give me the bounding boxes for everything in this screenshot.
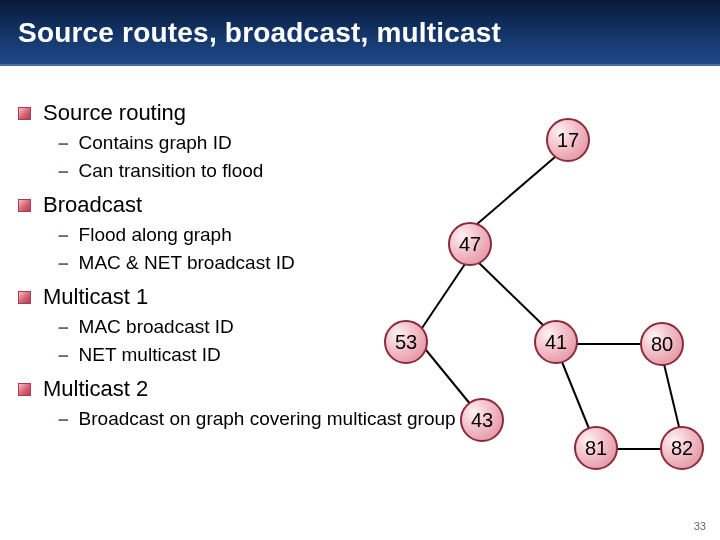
square-bullet-icon [18,291,31,304]
bullet-label: Multicast 1 [43,284,148,310]
dash-icon: – [58,132,69,154]
graph-node-80: 80 [640,322,684,366]
node-label: 81 [585,437,607,460]
sub-bullet-label: Flood along graph [79,224,232,246]
slide: Source routes, broadcast, multicast Sour… [0,0,720,540]
page-number: 33 [694,520,706,532]
sub-bullet: – Flood along graph [58,224,702,246]
dash-icon: – [58,408,69,430]
square-bullet-icon [18,383,31,396]
node-label: 82 [671,437,693,460]
sub-bullet: – Broadcast on graph covering multicast … [58,408,702,430]
sub-bullet-label: NET multicast ID [79,344,221,366]
sub-bullet-label: MAC & NET broadcast ID [79,252,295,274]
sub-bullet-label: Broadcast on graph covering multicast gr… [79,408,456,430]
node-label: 41 [545,331,567,354]
sub-bullet-label: Can transition to flood [79,160,264,182]
dash-icon: – [58,344,69,366]
dash-icon: – [58,252,69,274]
square-bullet-icon [18,199,31,212]
slide-title: Source routes, broadcast, multicast [18,17,501,49]
node-label: 53 [395,331,417,354]
bullet-source-routing: Source routing [18,100,702,126]
dash-icon: – [58,160,69,182]
bullet-multicast-1: Multicast 1 [18,284,702,310]
sub-bullet: – MAC & NET broadcast ID [58,252,702,274]
title-bar: Source routes, broadcast, multicast [0,0,720,66]
sub-bullet: – MAC broadcast ID [58,316,702,338]
node-label: 47 [459,233,481,256]
graph-node-82: 82 [660,426,704,470]
graph-node-43: 43 [460,398,504,442]
sub-bullet: – Can transition to flood [58,160,702,182]
bullet-label: Source routing [43,100,186,126]
bullet-broadcast: Broadcast [18,192,702,218]
bullet-multicast-2: Multicast 2 [18,376,702,402]
bullet-label: Multicast 2 [43,376,148,402]
square-bullet-icon [18,107,31,120]
dash-icon: – [58,316,69,338]
node-label: 80 [651,333,673,356]
sub-bullet: – Contains graph ID [58,132,702,154]
sub-bullet-label: MAC broadcast ID [79,316,234,338]
sub-bullet: – NET multicast ID [58,344,702,366]
graph-node-81: 81 [574,426,618,470]
bullet-label: Broadcast [43,192,142,218]
graph-node-41: 41 [534,320,578,364]
graph-node-47: 47 [448,222,492,266]
dash-icon: – [58,224,69,246]
graph-node-53: 53 [384,320,428,364]
graph-node-17: 17 [546,118,590,162]
sub-bullet-label: Contains graph ID [79,132,232,154]
node-label: 17 [557,129,579,152]
node-label: 43 [471,409,493,432]
